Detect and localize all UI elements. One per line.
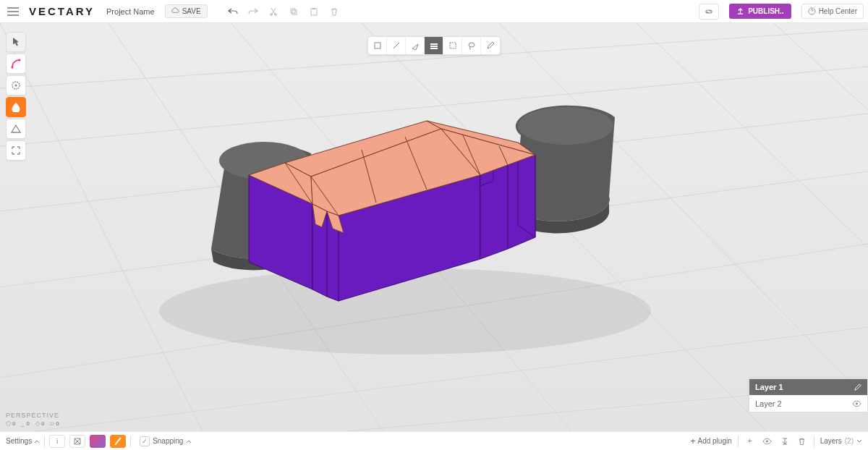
display-mode-toolbar — [367, 36, 501, 55]
help-label: Help Center — [819, 7, 857, 15]
select-lasso-icon[interactable] — [462, 37, 481, 54]
layers-panel: Layer 1 Layer 2 — [749, 378, 868, 412]
curve-tool-button[interactable] — [6, 54, 26, 74]
wireframe-toggle-button[interactable] — [69, 435, 85, 448]
svg-rect-5 — [312, 8, 315, 9]
scene-render — [0, 23, 868, 431]
layers-label: Layers — [820, 437, 842, 445]
layers-dropdown[interactable]: Layers (2) — [820, 437, 862, 445]
svg-point-46 — [12, 67, 14, 69]
viewport-canvas[interactable]: PERSPECTIVE ⬠ 0 ⎯ 0 ◇ 0 ▱ 0 Layer 1 Laye… — [0, 23, 868, 431]
chevron-down-icon — [856, 439, 862, 443]
hud-faces: ◇ 0 — [35, 420, 44, 427]
layer-row[interactable]: Layer 2 — [749, 395, 867, 412]
snapping-label: Snapping — [153, 437, 183, 445]
drop-tool-button[interactable] — [6, 97, 26, 117]
svg-point-49 — [15, 85, 17, 87]
delete-layer-icon[interactable] — [796, 436, 808, 447]
copy-icon[interactable] — [287, 5, 300, 18]
svg-point-0 — [270, 13, 272, 15]
hud-objs: ▱ 0 — [50, 420, 59, 427]
svg-point-53 — [856, 403, 858, 405]
svg-rect-51 — [450, 43, 456, 48]
svg-point-23 — [518, 107, 613, 145]
active-layer-label: Layer 1 — [755, 383, 783, 391]
svg-rect-4 — [311, 9, 317, 15]
paste-icon[interactable] — [307, 5, 320, 18]
pointer-tool-button[interactable] — [6, 32, 26, 52]
help-center-button[interactable]: Help Center — [801, 4, 864, 19]
svg-point-52 — [469, 43, 475, 47]
camera-mode-label: PERSPECTIVE — [6, 412, 59, 419]
chevron-up-icon — [34, 439, 40, 443]
link-icon — [704, 7, 714, 16]
delete-icon[interactable] — [328, 5, 341, 18]
mode-edge-icon[interactable] — [387, 37, 406, 54]
select-rect-icon[interactable] — [443, 37, 462, 54]
save-button[interactable]: SAVE — [165, 4, 208, 18]
settings-button[interactable]: Settings — [6, 437, 40, 445]
top-bar: VECTARY Project Name SAVE PUBLISH.. Help… — [0, 0, 868, 23]
svg-rect-3 — [292, 10, 297, 14]
mode-shaded-icon[interactable] — [425, 37, 443, 54]
chevron-up-icon — [186, 439, 192, 443]
save-label: SAVE — [182, 7, 201, 15]
shading-toggle-button[interactable] — [90, 435, 106, 448]
publish-label: PUBLISH.. — [748, 7, 783, 15]
frame-tool-button[interactable] — [6, 140, 26, 161]
undo-icon[interactable] — [226, 5, 239, 18]
eye-icon[interactable] — [852, 400, 861, 407]
redo-icon[interactable] — [247, 5, 260, 18]
svg-rect-50 — [375, 43, 380, 48]
layer-row-active[interactable]: Layer 1 — [749, 379, 867, 395]
layers-count: (2) — [845, 437, 854, 445]
svg-point-1 — [274, 13, 276, 15]
svg-point-47 — [19, 59, 21, 61]
checkbox-icon: ✓ — [140, 436, 150, 446]
material-toggle-button[interactable] — [110, 435, 126, 448]
svg-line-20 — [774, 23, 868, 110]
layer-label: Layer 2 — [755, 399, 782, 408]
edit-pencil-icon[interactable] — [481, 37, 500, 54]
add-plugin-button[interactable]: + Add plugin — [690, 436, 731, 446]
menu-icon[interactable] — [4, 3, 22, 20]
bottom-bar: Settings i ✓ Snapping + Add plugin + L — [0, 431, 868, 450]
info-toggle-button[interactable]: i — [49, 435, 65, 448]
publish-button[interactable]: PUBLISH.. — [729, 4, 791, 19]
left-toolbar — [6, 32, 26, 161]
settings-label: Settings — [6, 437, 32, 445]
viewport-hud: PERSPECTIVE ⬠ 0 ⎯ 0 ◇ 0 ▱ 0 — [6, 412, 59, 427]
svg-line-19 — [637, 23, 868, 247]
mode-normal-icon[interactable] — [406, 37, 425, 54]
cut-icon[interactable] — [267, 5, 280, 18]
upload-icon — [736, 7, 744, 15]
history-tools — [226, 5, 341, 18]
project-name[interactable]: Project Name — [106, 7, 155, 16]
app-logo: VECTARY — [29, 5, 95, 17]
add-plugin-label: Add plugin — [697, 437, 731, 445]
snapping-toggle[interactable]: ✓ Snapping — [140, 436, 192, 446]
hud-edges: ⎯ 0 — [21, 420, 29, 427]
add-layer-icon[interactable]: + — [744, 436, 756, 447]
edit-icon[interactable] — [854, 383, 861, 391]
svg-line-14 — [0, 23, 203, 431]
svg-rect-2 — [291, 9, 295, 13]
cloud-save-icon — [171, 7, 179, 15]
svg-point-54 — [766, 440, 768, 442]
triangle-tool-button[interactable] — [6, 119, 26, 139]
mode-box-icon[interactable] — [368, 37, 387, 54]
share-link-button[interactable] — [699, 4, 719, 20]
toggle-visibility-icon[interactable] — [762, 436, 773, 447]
merge-layers-icon[interactable] — [779, 436, 791, 447]
help-icon — [808, 7, 816, 15]
hud-verts: ⬠ 0 — [6, 420, 15, 427]
shape-tool-button[interactable] — [6, 75, 26, 95]
